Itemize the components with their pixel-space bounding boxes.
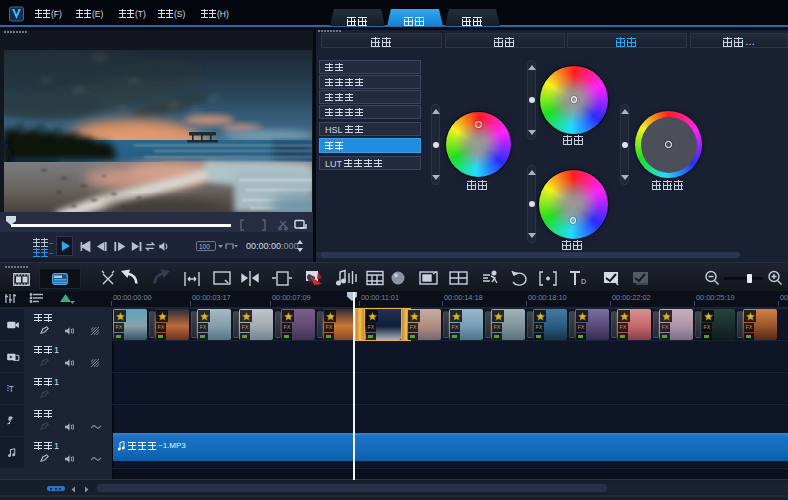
svg-text:100: 100	[199, 243, 210, 250]
svg-text:T: T	[9, 384, 14, 394]
svg-text:D: D	[581, 278, 586, 285]
